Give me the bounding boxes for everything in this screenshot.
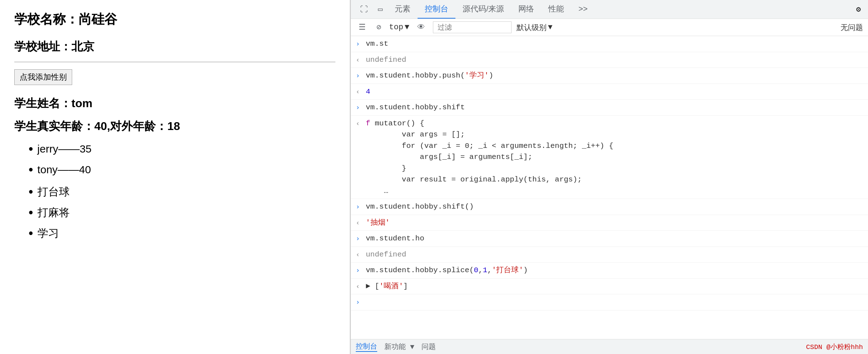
console-line-9: › vm.student.ho bbox=[351, 231, 868, 247]
devtools-tabs-bar: ⛶ ▭ 元素 控制台 源代码/来源 网络 性能 >> ⚙ bbox=[351, 0, 868, 19]
console-line-10: ‹ undefined bbox=[351, 247, 868, 263]
bottom-tab-new[interactable]: 新功能 ▼ bbox=[384, 342, 414, 351]
console-text-11: vm.student.hobby.splice(0,1,'打台球') bbox=[366, 265, 528, 276]
hobby-item-1-text: 打台球 bbox=[38, 185, 70, 199]
output-arrow-12: ‹ bbox=[356, 281, 362, 292]
tab-elements[interactable]: 元素 bbox=[388, 0, 418, 19]
tab-sources[interactable]: 源代码/来源 bbox=[455, 0, 511, 19]
prompt-arrow: › bbox=[356, 297, 362, 308]
console-line-6: ‹ f mutator() { var args = []; for (var … bbox=[351, 116, 868, 199]
input-arrow-7: › bbox=[356, 202, 362, 212]
output-arrow-2: ‹ bbox=[356, 55, 362, 65]
console-text-6: f mutator() { var args = []; for (var _i… bbox=[366, 118, 613, 197]
school-name: 学校名称：尚硅谷 bbox=[14, 11, 335, 28]
left-panel: 学校名称：尚硅谷 学校地址：北京 点我添加性别 学生姓名：tom 学生真实年龄：… bbox=[0, 0, 350, 354]
hobbies-list: 打台球 打麻将 学习 bbox=[29, 184, 335, 241]
level-label: 默认级别 bbox=[517, 23, 547, 33]
divider bbox=[14, 62, 335, 62]
bottom-tab-new-arrow[interactable]: ▼ bbox=[410, 343, 414, 351]
console-text-12: ► ['喝酒'] bbox=[366, 281, 408, 292]
console-line-7: › vm.student.hobby.shift() bbox=[351, 199, 868, 215]
tab-console[interactable]: 控制台 bbox=[418, 0, 455, 19]
console-text-7: vm.student.hobby.shift() bbox=[366, 201, 474, 213]
student-item-2-text: tony——40 bbox=[38, 164, 91, 176]
hobby-item-2: 打麻将 bbox=[29, 205, 335, 220]
student-age: 学生真实年龄：40,对外年龄：18 bbox=[14, 119, 335, 134]
level-selector[interactable]: 默认级别 ▼ bbox=[517, 23, 553, 33]
console-output: › vm.st ‹ undefined › vm.student.hobby.p… bbox=[351, 36, 868, 339]
bottom-tab-issues[interactable]: 问题 bbox=[421, 342, 436, 351]
tab-more[interactable]: >> bbox=[571, 1, 595, 18]
student-item-1-text: jerry——35 bbox=[38, 143, 92, 155]
output-arrow-8: ‹ bbox=[356, 218, 362, 228]
top-label: top bbox=[389, 23, 403, 32]
student-item-2: tony——40 bbox=[29, 162, 335, 177]
output-arrow-4: ‹ bbox=[356, 87, 362, 97]
devtools-bottom-bar: 控制台 新功能 ▼ 问题 CSDN @小粉粉hhh bbox=[351, 339, 868, 354]
input-arrow-5: › bbox=[356, 103, 362, 113]
input-arrow-9: › bbox=[356, 234, 362, 244]
console-text-1: vm.st bbox=[366, 38, 388, 50]
filter-input[interactable] bbox=[433, 21, 512, 33]
console-text-4: 4 bbox=[366, 86, 370, 98]
no-issues-label: 无问题 bbox=[840, 23, 863, 33]
console-line-4: ‹ 4 bbox=[351, 84, 868, 100]
console-prompt-line[interactable]: › bbox=[351, 294, 868, 310]
device-icon[interactable]: ▭ bbox=[373, 1, 388, 18]
students-list: jerry——35 tony——40 bbox=[29, 141, 335, 177]
input-arrow-11: › bbox=[356, 265, 362, 276]
hobby-item-2-text: 打麻将 bbox=[38, 205, 70, 220]
csdn-watermark: CSDN @小粉粉hhh bbox=[806, 342, 863, 351]
console-line-1: › vm.st bbox=[351, 36, 868, 52]
console-line-5: › vm.student.hobby.shift bbox=[351, 100, 868, 116]
student-item-1: jerry——35 bbox=[29, 141, 335, 156]
output-arrow-6: ‹ bbox=[356, 119, 362, 129]
inspect-icon[interactable]: ⛶ bbox=[355, 1, 373, 18]
console-cursor bbox=[366, 296, 370, 308]
input-arrow-3: › bbox=[356, 71, 362, 81]
school-address: 学校地址：北京 bbox=[14, 39, 335, 55]
bottom-bar-left: 控制台 新功能 ▼ 问题 bbox=[356, 341, 436, 352]
input-arrow-1: › bbox=[356, 39, 362, 49]
tab-network[interactable]: 网络 bbox=[511, 0, 541, 19]
top-selector[interactable]: top ▼ bbox=[389, 23, 409, 32]
hobby-item-3-text: 学习 bbox=[38, 226, 59, 241]
tab-performance[interactable]: 性能 bbox=[541, 0, 571, 19]
hobby-item-1: 打台球 bbox=[29, 184, 335, 199]
console-text-2: undefined bbox=[366, 54, 406, 66]
add-gender-button[interactable]: 点我添加性别 bbox=[14, 69, 72, 85]
console-line-8: ‹ '抽烟' bbox=[351, 215, 868, 231]
console-line-11: › vm.student.hobby.splice(0,1,'打台球') bbox=[351, 263, 868, 279]
settings-icon[interactable]: ⚙ bbox=[853, 2, 864, 17]
bottom-tab-new-label: 新功能 bbox=[384, 343, 406, 351]
devtools-toolbar2: ☰ ⊘ top ▼ 👁 默认级别 ▼ 无问题 bbox=[351, 19, 868, 36]
hobby-item-3: 学习 bbox=[29, 226, 335, 241]
console-line-12: ‹ ► ['喝酒'] bbox=[351, 279, 868, 295]
console-text-5: vm.student.hobby.shift bbox=[366, 102, 465, 113]
console-text-3: vm.student.hobby.push('学习') bbox=[366, 70, 493, 81]
output-arrow-10: ‹ bbox=[356, 250, 362, 260]
console-line-3: › vm.student.hobby.push('学习') bbox=[351, 68, 868, 84]
ban-icon[interactable]: ⊘ bbox=[374, 21, 384, 34]
console-text-10: undefined bbox=[366, 249, 406, 260]
bottom-tab-console[interactable]: 控制台 bbox=[356, 341, 377, 352]
student-name: 学生姓名：tom bbox=[14, 96, 335, 111]
eye-icon[interactable]: 👁 bbox=[414, 21, 428, 34]
level-dropdown-icon[interactable]: ▼ bbox=[548, 23, 553, 31]
console-text-8: '抽烟' bbox=[366, 217, 390, 229]
console-line-2: ‹ undefined bbox=[351, 52, 868, 68]
top-dropdown-icon[interactable]: ▼ bbox=[405, 23, 409, 32]
devtools-panel: ⛶ ▭ 元素 控制台 源代码/来源 网络 性能 >> ⚙ ☰ ⊘ top ▼ 👁… bbox=[350, 0, 868, 354]
console-text-9: vm.student.ho bbox=[366, 233, 424, 244]
sidebar-icon[interactable]: ☰ bbox=[356, 21, 369, 34]
